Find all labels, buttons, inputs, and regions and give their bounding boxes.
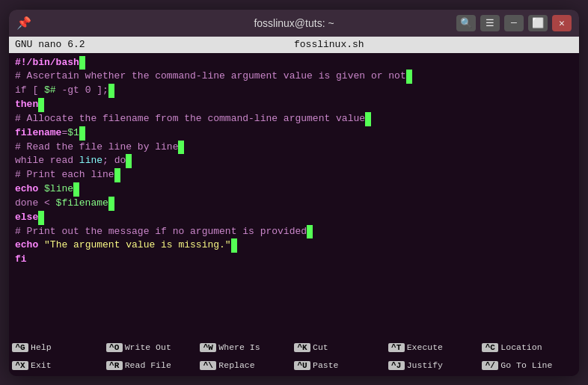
shortcut-help[interactable]: ^G Help <box>12 342 106 352</box>
titlebar-title: fosslinux@tuts: ~ <box>254 17 334 29</box>
shortcut-replace[interactable]: ^\ Replace <box>200 360 294 370</box>
shortcut-label-where-is: Where Is <box>218 342 260 352</box>
shortcut-label-location: Location <box>500 342 542 352</box>
shortcut-key-execute: ^T <box>388 343 405 352</box>
terminal-window: 📌 fosslinux@tuts: ~ 🔍 ☰ — ⬜ ✕ GNU nano 6… <box>9 10 579 376</box>
shortcut-label-execute: Execute <box>407 342 443 352</box>
shortcut-execute[interactable]: ^T Execute <box>388 342 483 352</box>
shortcut-location[interactable]: ^C Location <box>482 342 576 352</box>
shortcut-exit[interactable]: ^X Exit <box>12 360 106 370</box>
editor-line: then <box>15 98 573 112</box>
shortcut-key-justify: ^J <box>388 361 405 370</box>
editor-line: echo "The argument value is missing." <box>15 238 573 253</box>
shortcut-key-go-to-line: ^/ <box>482 361 498 370</box>
shortcut-key-write-out: ^O <box>106 343 123 352</box>
titlebar: 📌 fosslinux@tuts: ~ 🔍 ☰ — ⬜ ✕ <box>9 10 579 37</box>
search-button[interactable]: 🔍 <box>456 15 476 31</box>
shortcut-key-exit: ^X <box>12 361 28 370</box>
shortcut-key-paste: ^U <box>294 361 310 370</box>
editor-line <box>15 295 573 309</box>
editor-line: done < $filename <box>15 197 573 211</box>
shortcut-write-out[interactable]: ^O Write Out <box>106 342 200 352</box>
shortcut-key-where-is: ^W <box>200 343 216 352</box>
shortcut-go-to-line[interactable]: ^/ Go To Line <box>482 360 576 370</box>
shortcut-key-location: ^C <box>482 343 498 352</box>
shortcut-read-file[interactable]: ^R Read File <box>106 360 200 370</box>
nano-header: GNU nano 6.2 fosslinux.sh <box>9 37 579 53</box>
shortcut-row-2: ^X Exit ^R Read File ^\ Replace ^U Paste… <box>12 360 576 370</box>
shortcut-key-cut: ^K <box>294 343 310 352</box>
editor-line: # Ascertain whether the command-line arg… <box>15 70 573 84</box>
editor-line: fi <box>15 253 573 267</box>
shortcut-key-help: ^G <box>12 343 28 352</box>
editor-line: echo $line <box>15 182 573 197</box>
minimize-button[interactable]: — <box>504 15 524 31</box>
editor-line: # Print out the message if no argument i… <box>15 225 573 239</box>
shortcut-label-help: Help <box>31 342 52 352</box>
editor-line: if [ $# -gt 0 ]; <box>15 84 573 98</box>
titlebar-right: 🔍 ☰ — ⬜ ✕ <box>456 15 572 31</box>
editor-line <box>15 267 573 281</box>
shortcut-label-exit: Exit <box>31 360 52 370</box>
shortcut-row-1: ^G Help ^O Write Out ^W Where Is ^K Cut … <box>12 342 576 352</box>
editor-line: while read line; do <box>15 154 573 168</box>
editor-line: #!/bin/bash <box>15 56 573 70</box>
editor-line: filename=$1 <box>15 126 573 141</box>
shortcut-label-replace: Replace <box>218 360 254 370</box>
editor-line: # Print each line <box>15 168 573 182</box>
editor-line: else <box>15 211 573 225</box>
titlebar-left: 📌 <box>16 16 31 31</box>
nano-version: GNU nano 6.2 <box>15 39 85 50</box>
shortcut-bar: ^G Help ^O Write Out ^W Where Is ^K Cut … <box>9 337 579 376</box>
shortcut-cut[interactable]: ^K Cut <box>294 342 388 352</box>
shortcut-key-read-file: ^R <box>106 361 123 370</box>
nano-filename: fosslinux.sh <box>294 39 364 50</box>
menu-button[interactable]: ☰ <box>480 15 500 31</box>
shortcut-label-go-to-line: Go To Line <box>500 360 552 370</box>
shortcut-justify[interactable]: ^J Justify <box>388 360 483 370</box>
close-button[interactable]: ✕ <box>552 15 572 31</box>
shortcut-label-write-out: Write Out <box>125 342 171 352</box>
shortcut-label-read-file: Read File <box>125 360 171 370</box>
shortcut-key-replace: ^\ <box>200 361 216 370</box>
editor-line: # Read the file line by line <box>15 141 573 155</box>
shortcut-label-justify: Justify <box>407 360 443 370</box>
shortcut-label-cut: Cut <box>313 342 328 352</box>
shortcut-paste[interactable]: ^U Paste <box>294 360 388 370</box>
editor-line <box>15 281 573 295</box>
shortcut-label-paste: Paste <box>313 360 339 370</box>
maximize-button[interactable]: ⬜ <box>528 15 548 31</box>
editor-area[interactable]: #!/bin/bash # Ascertain whether the comm… <box>9 53 579 337</box>
shortcut-where-is[interactable]: ^W Where Is <box>200 342 294 352</box>
pin-icon: 📌 <box>16 16 31 31</box>
editor-line: # Allocate the filename from the command… <box>15 112 573 126</box>
